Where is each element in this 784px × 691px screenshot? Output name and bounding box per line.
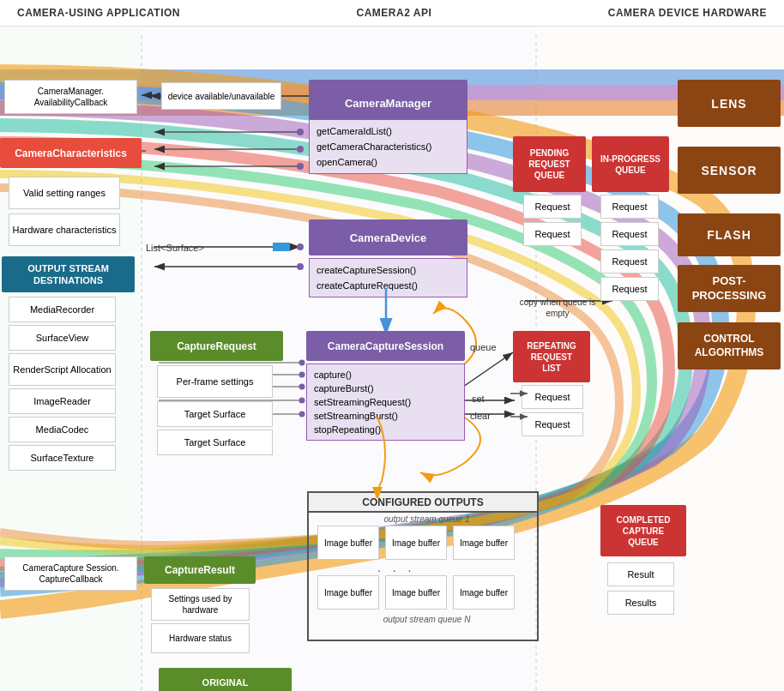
inprogress-request-1: Request [600, 195, 659, 219]
device-available-label: device available/unavailable [161, 82, 281, 110]
header-col3: CAMERA DEVICE HARDWARE [608, 7, 767, 19]
original-capture-label: ORIGINALCaptureRequest [189, 676, 262, 691]
output-stream-qn-label: output stream queue N [313, 614, 540, 624]
capture-callback-box: CameraCapture Session.CaptureCallback [4, 556, 137, 591]
svg-point-24 [299, 360, 305, 366]
camera-characteristics-box: CameraCharacteristics [0, 138, 142, 168]
repeating-list-label: REPEATINGREQUESTLIST [527, 340, 576, 374]
svg-point-16 [297, 163, 304, 170]
image-buffer-2b: Image buffer [385, 575, 447, 610]
create-capture-session: createCaptureSession() [317, 262, 460, 278]
output-stream-q1-label: output stream queue 1 [313, 514, 540, 524]
settings-used-box: Settings used by hardware [151, 588, 250, 621]
media-codec: MediaCodec [9, 417, 116, 442]
camera-capture-session-box: CameraCaptureSession [306, 331, 465, 361]
configured-outputs-box: CONFIGURED OUTPUTS [307, 491, 539, 513]
inprogress-request-3: Request [600, 249, 659, 273]
list-surface-label: List<Surface> [146, 243, 204, 253]
image-buffer-2a: Image buffer [317, 575, 379, 610]
camera-device-label: CameraDevice [350, 231, 427, 244]
media-recorder: MediaRecorder [9, 297, 116, 322]
camera-manager-callback: CameraManager. AvailabilityCallback [4, 80, 137, 114]
capture-request-box: CaptureRequest [150, 331, 283, 361]
svg-point-12 [297, 129, 304, 135]
completed-queue-label: COMPLETEDCAPTUREQUEUE [617, 514, 671, 548]
hardware-characteristics-box: Hardware characteristics [9, 213, 120, 246]
header-col1: CAMERA-USING APPLICATION [17, 7, 180, 19]
completed-capture-queue: COMPLETEDCAPTUREQUEUE [600, 505, 686, 556]
per-frame-settings: Per-frame settings [157, 365, 273, 398]
valid-setting-ranges-box: Valid setting ranges [9, 177, 120, 209]
capture-result-box: CaptureResult [144, 556, 256, 584]
capture-result-label: CaptureResult [165, 564, 235, 576]
svg-rect-20 [273, 243, 290, 251]
open-camera: openCamera() [317, 154, 460, 170]
pending-request-1: Request [523, 195, 582, 219]
camera-characteristics-label: CameraCharacteristics [15, 147, 127, 159]
image-buffer-2c: Image buffer [453, 575, 515, 610]
render-script: RenderScript Allocation [9, 353, 116, 386]
get-camera-characteristics: getCameraCharacteristics() [317, 139, 460, 154]
inprogress-request-2: Request [600, 222, 659, 246]
get-camera-id-list: getCameraIdList() [317, 123, 460, 139]
flash-box: FLASH [678, 213, 781, 256]
camera-device-box: CameraDevice [309, 219, 467, 255]
surface-texture: SurfaceTexture [9, 445, 116, 471]
image-buffer-1c: Image buffer [453, 526, 515, 560]
set-streaming-request-method: setStreamingRequest() [314, 395, 457, 409]
set-label: set [472, 394, 485, 404]
svg-point-19 [297, 243, 304, 250]
target-surface-2: Target Surface [157, 430, 273, 455]
camera-manager-label: CameraManager [345, 97, 431, 110]
target-surface-1: Target Surface [157, 401, 273, 427]
output-stream-destinations: OUTPUT STREAM DESTINATIONS [2, 256, 135, 292]
hardware-status-box: Hardware status [151, 623, 250, 653]
repeating-request-list: REPEATINGREQUESTLIST [513, 331, 590, 382]
post-processing-box: POST- PROCESSING [678, 265, 781, 312]
capture-burst-method: captureBurst() [314, 382, 457, 395]
camera-api-methods: getCameraIdList() getCameraCharacteristi… [309, 119, 467, 174]
in-progress-queue: IN-PROGRESSQUEUE [592, 136, 669, 192]
result-box-1: Result [607, 562, 674, 586]
svg-point-26 [299, 372, 305, 378]
pending-queue-label: PENDINGREQUESTQUEUE [528, 147, 570, 181]
pending-request-2: Request [523, 222, 582, 246]
svg-point-32 [299, 412, 305, 418]
svg-point-30 [299, 398, 305, 404]
capture-request-label: CaptureRequest [177, 340, 256, 352]
in-progress-label: IN-PROGRESSQUEUE [600, 153, 660, 176]
image-buffer-1b: Image buffer [385, 526, 447, 560]
image-buffer-1a: Image buffer [317, 526, 379, 560]
inprogress-request-4: Request [600, 277, 659, 301]
image-reader: ImageReader [9, 388, 116, 414]
svg-point-22 [297, 263, 304, 270]
control-algorithms-box: CONTROL ALGORITHMS [678, 322, 781, 370]
capture-method: capture() [314, 368, 457, 382]
svg-point-14 [297, 146, 304, 153]
pending-request-queue: PENDINGREQUESTQUEUE [513, 136, 586, 192]
camera-capture-session-label: CameraCaptureSession [328, 340, 443, 352]
sensor-box: SENSOR [678, 147, 781, 194]
original-capture-request: ORIGINALCaptureRequest [159, 668, 292, 691]
header: CAMERA-USING APPLICATION CAMERA2 API CAM… [0, 0, 784, 27]
surface-view: SurfaceView [9, 325, 116, 351]
clear-label: clear [470, 411, 491, 421]
header-col2: CAMERA2 API [357, 7, 432, 19]
diagram: CameraManager. AvailabilityCallback devi… [0, 27, 784, 691]
lens-box: LENS [678, 80, 781, 127]
result-box-2: Results [607, 591, 674, 615]
svg-point-28 [299, 384, 305, 390]
copy-when-empty: copy when queue is empty [515, 297, 600, 319]
queue-label: queue [470, 342, 497, 352]
